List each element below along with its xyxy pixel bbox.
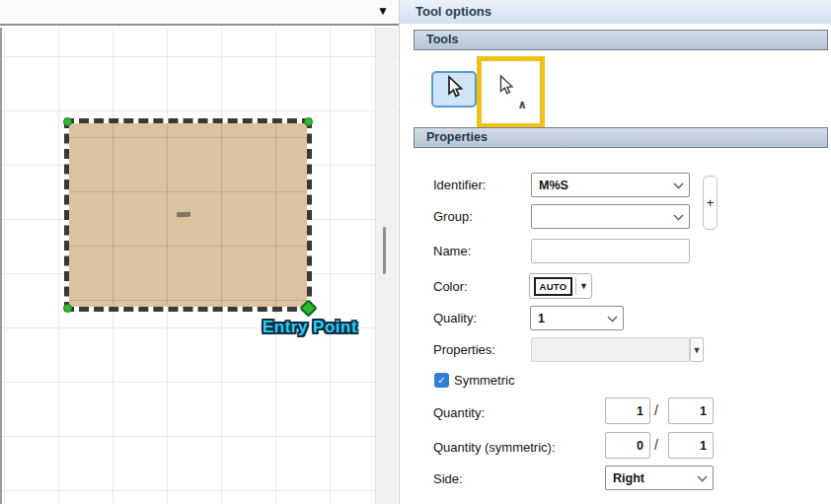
entry-point-tool-button[interactable]: ∧ xyxy=(482,61,540,123)
properties-section-header[interactable]: Properties xyxy=(414,127,828,148)
canvas-scrollbar-track[interactable] xyxy=(375,28,398,504)
chevron-down-icon xyxy=(673,179,684,192)
grid-canvas[interactable]: Entry Point xyxy=(0,28,399,504)
tools-section-header[interactable]: Tools xyxy=(414,30,828,50)
chevron-down-icon xyxy=(673,210,684,224)
quantity-symmetric-label: Quantity (symmetric): xyxy=(433,440,556,455)
caret-glyph: ∧ xyxy=(517,98,527,111)
selection-handle-bottom-left[interactable] xyxy=(63,304,72,313)
quality-label: Quality: xyxy=(433,311,477,325)
quality-dropdown[interactable]: 1 xyxy=(530,306,624,330)
divider xyxy=(575,277,576,295)
tutorial-highlight-box: ∧ xyxy=(477,56,545,128)
group-label: Group: xyxy=(433,209,473,224)
quantity-total-input[interactable] xyxy=(668,397,714,424)
identifier-label: Identifier: xyxy=(433,178,486,192)
identifier-value: M%S xyxy=(539,179,568,192)
chevron-down-icon xyxy=(697,471,708,485)
quantity-separator: / xyxy=(654,402,658,418)
properties-dropdown-button[interactable]: ▼ xyxy=(690,337,704,362)
cursor-icon xyxy=(443,75,465,105)
select-tool-button[interactable] xyxy=(431,71,477,108)
color-auto-swatch: AUTO xyxy=(534,277,572,296)
dropdown-arrow-icon[interactable]: ▼ xyxy=(377,4,389,18)
color-picker-button[interactable]: AUTO ▼ xyxy=(529,273,592,299)
group-dropdown[interactable] xyxy=(531,204,690,229)
canvas-toolbar: ▼ xyxy=(0,0,399,26)
quantity-symmetric-current-input[interactable] xyxy=(605,432,650,459)
quantity-symmetric-total-input[interactable] xyxy=(668,432,714,459)
shape-tiny-label xyxy=(177,212,190,217)
quantity-symmetric-separator: / xyxy=(654,437,658,453)
side-dropdown[interactable]: Right xyxy=(605,466,714,490)
quantity-label: Quantity: xyxy=(433,405,485,420)
symmetric-checkbox[interactable]: ✓ xyxy=(434,373,449,388)
quality-value: 1 xyxy=(538,312,545,325)
selection-handle-top-left[interactable] xyxy=(63,117,72,126)
entry-point-label: Entry Point xyxy=(245,318,375,337)
drawing-canvas[interactable]: ▼ Entry Point xyxy=(0,0,399,504)
symmetric-label: Symmetric xyxy=(454,373,514,388)
cursor-caret-icon xyxy=(495,74,515,102)
side-value: Right xyxy=(613,471,644,485)
quantity-current-input[interactable] xyxy=(605,397,650,424)
color-label: Color: xyxy=(433,279,468,294)
selection-handle-top-right[interactable] xyxy=(304,117,313,126)
chevron-down-icon xyxy=(607,312,618,325)
name-label: Name: xyxy=(433,244,471,258)
chevron-down-icon[interactable]: ▼ xyxy=(579,281,588,291)
identifier-dropdown[interactable]: M%S xyxy=(531,173,690,197)
name-input[interactable] xyxy=(531,239,690,263)
tool-options-panel: Tool options Tools ∧ Properties Identifi… xyxy=(399,0,831,504)
canvas-scrollbar-thumb[interactable] xyxy=(383,227,386,274)
add-identifier-button[interactable]: + xyxy=(703,176,718,230)
side-label: Side: xyxy=(433,471,463,486)
properties-field xyxy=(531,337,690,362)
panel-title: Tool options xyxy=(400,0,831,24)
properties-label: Properties: xyxy=(433,342,495,357)
